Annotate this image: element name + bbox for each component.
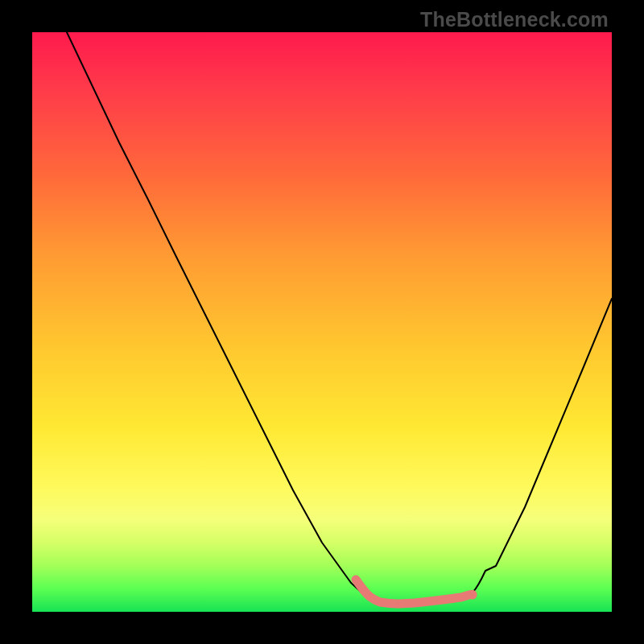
- chart-frame: TheBottleneck.com: [0, 0, 644, 644]
- optimum-highlight: [356, 580, 473, 604]
- bottleneck-curve-line: [67, 32, 612, 605]
- chart-plot-area: [32, 32, 612, 612]
- chart-svg: [32, 32, 612, 612]
- brand-watermark: TheBottleneck.com: [420, 8, 609, 31]
